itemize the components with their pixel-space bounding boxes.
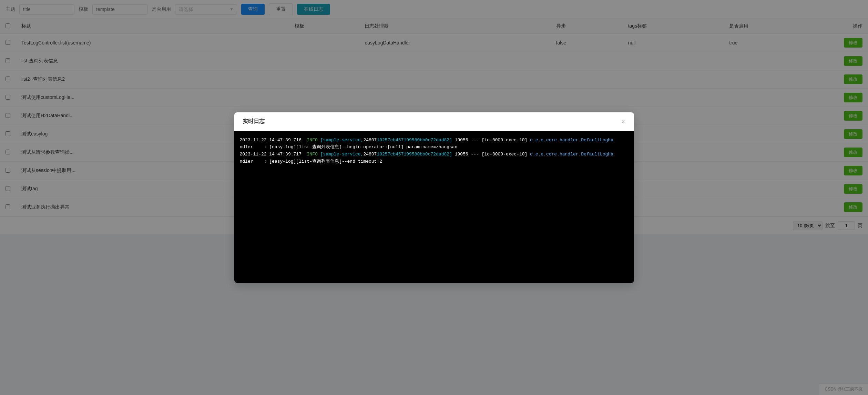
terminal-output[interactable]: 2023-11-22 14:47:39.716 INFO [sample-ser…: [234, 131, 634, 235]
modal-overlay: 实时日志 × 2023-11-22 14:47:39.716 INFO [sam…: [0, 0, 868, 234]
modal-body: 2023-11-22 14:47:39.716 INFO [sample-ser…: [234, 131, 634, 235]
terminal-line: 2023-11-22 14:47:39.717 INFO [sample-ser…: [240, 151, 629, 158]
terminal-line: 2023-11-22 14:47:39.716 INFO [sample-ser…: [240, 137, 629, 144]
realtime-log-modal: 实时日志 × 2023-11-22 14:47:39.716 INFO [sam…: [234, 112, 634, 235]
modal-title: 实时日志: [243, 118, 265, 125]
terminal-line: ndler : [easy-log][list-查询列表信息]--begin o…: [240, 144, 629, 151]
modal-header: 实时日志 ×: [234, 112, 634, 131]
modal-close-button[interactable]: ×: [621, 118, 626, 125]
terminal-line: ndler : [easy-log][list-查询列表信息]--end tim…: [240, 158, 629, 165]
